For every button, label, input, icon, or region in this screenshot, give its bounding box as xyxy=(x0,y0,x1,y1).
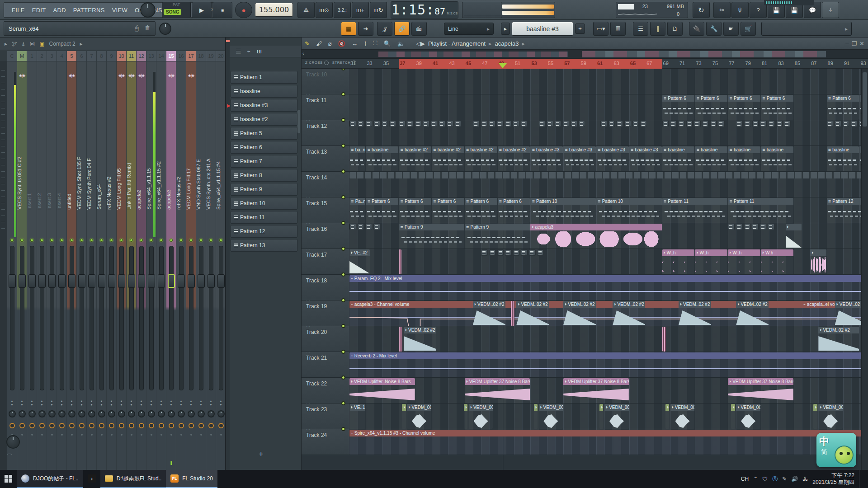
record-arm-led[interactable] xyxy=(139,423,144,428)
audio-clip[interactable]: ⏵VEDM..02 #2 xyxy=(473,301,505,326)
clip-header[interactable]: ⏵W..h xyxy=(695,249,727,256)
audio-clip[interactable]: ⏵VEDM..02 #2 xyxy=(563,301,596,326)
track-mute-led[interactable] xyxy=(341,272,345,277)
audio-clip[interactable]: ⏵VEDM..02 #2 xyxy=(835,301,861,326)
volume-fader[interactable] xyxy=(10,246,14,390)
add-pattern-button[interactable]: + xyxy=(575,23,585,34)
loop-record-button[interactable]: ш↻ xyxy=(370,2,387,18)
mini-pattern-clip[interactable] xyxy=(373,121,380,127)
pan-knob[interactable] xyxy=(118,410,125,418)
channel-strip[interactable]: VND Synth Stab 067 E ▲▼ xyxy=(196,61,206,470)
track-label[interactable]: ... Track 19 xyxy=(302,300,349,326)
cpu-panel[interactable]: 23 991 MB 0 xyxy=(616,2,688,18)
channel-number[interactable]: 11 xyxy=(127,51,136,61)
mini-pattern-clip[interactable] xyxy=(776,121,783,127)
mini-pattern-clip[interactable] xyxy=(760,121,767,127)
audio-clip[interactable] xyxy=(662,327,666,352)
volume-fader[interactable] xyxy=(169,246,174,390)
mixer-window-button[interactable]: ∥ xyxy=(650,22,665,36)
mixer-layout-icon[interactable]: ▣ xyxy=(39,41,44,47)
audio-clip[interactable]: ⏵ xyxy=(786,224,802,249)
track-content[interactable]: ⏵VE..#2⏵W..h⏵W..h⏵W..h⏵W.h⏵ xyxy=(349,249,861,274)
zoom-tool-icon[interactable]: 🔍 xyxy=(383,40,391,47)
channel-enable-led[interactable] xyxy=(199,239,203,242)
channel-enable-led[interactable] xyxy=(20,239,24,242)
pan-knob[interactable] xyxy=(98,410,105,418)
volume-fader[interactable] xyxy=(60,246,64,390)
clip-header[interactable]: ≣baasline xyxy=(695,146,727,153)
channel-strip[interactable]: Spire_x64_v1.1.15 #4 ▲▼ xyxy=(216,61,226,470)
main-volume-knob[interactable] xyxy=(159,23,171,35)
pattern-clip[interactable]: ≣Pattern 9 xyxy=(465,224,530,249)
clip-header[interactable]: ⏵ xyxy=(731,404,735,411)
track-mute-led[interactable] xyxy=(341,169,345,174)
pattern-clip[interactable]: ≣baasline #2 xyxy=(498,146,530,171)
mini-pattern-clip[interactable] xyxy=(744,224,751,230)
mini-pattern-clip[interactable] xyxy=(505,121,512,127)
track-label[interactable]: ... Track 24 xyxy=(302,429,349,455)
audio-clip[interactable]: ⏵W..h xyxy=(728,249,760,274)
record-arm-led[interactable] xyxy=(109,423,114,428)
clip-header[interactable]: ⏵VE..#2 xyxy=(349,249,370,256)
mini-pattern-clip[interactable] xyxy=(768,121,775,127)
playlist-overview-strip[interactable]: ‹ xyxy=(302,50,868,59)
stereo-sep-arrows[interactable]: ▲▼ xyxy=(127,399,136,407)
add-pattern-plus[interactable]: + xyxy=(259,450,264,459)
record-arm-led[interactable] xyxy=(39,423,45,428)
track-label[interactable]: ... Track 14 xyxy=(302,172,349,197)
clip-header[interactable]: ≣Pattern 6 xyxy=(728,95,760,102)
pattern-item[interactable]: Pattern 1 xyxy=(231,71,297,84)
mixer-channel-12[interactable]: 12 ◈|◈ acapela2 ▲▼ xyxy=(137,51,146,470)
audio-clip[interactable]: ⏵ xyxy=(599,404,603,429)
channel-strip[interactable]: VECS Synth..ots 241 A ▲▼ xyxy=(206,61,216,470)
audio-clip[interactable]: ⏵VEDM..02 #2 xyxy=(613,301,645,326)
pattern-item[interactable]: Pattern 8 xyxy=(231,169,297,182)
clip-header[interactable]: ≣Pattern 10 xyxy=(530,198,596,205)
audio-clip[interactable]: ⏵W..h xyxy=(695,249,727,274)
channel-strip[interactable]: Serum_x64 ▲▼ xyxy=(97,61,106,470)
pattern-clip[interactable]: ≣Pattern 6 xyxy=(366,198,398,223)
mini-pattern-clip[interactable] xyxy=(497,249,504,256)
clip-header[interactable]: ⌁Reeverb 2 - Mix level xyxy=(349,352,861,359)
record-arm-led[interactable] xyxy=(79,423,85,428)
pan-knob[interactable] xyxy=(217,410,225,418)
mixer-channel-5[interactable]: 5 ◈|◈ untitled ▲▼ xyxy=(67,51,77,470)
search-box[interactable]: ▸ xyxy=(761,22,852,36)
mini-pattern-clip[interactable] xyxy=(736,224,743,230)
slice-tool-icon[interactable]: ⌇ xyxy=(364,40,367,47)
stereo-sep-arrows[interactable]: ▲▼ xyxy=(7,399,17,407)
stereo-sep-arrows[interactable]: ▲▼ xyxy=(176,399,186,407)
mini-pattern-clip[interactable] xyxy=(571,121,577,127)
mini-pattern-clip[interactable] xyxy=(835,121,841,127)
track-label[interactable]: ... Track 18 xyxy=(302,275,349,300)
clip-header[interactable]: ≣Pattern 6 xyxy=(695,95,727,102)
paint-tool-icon[interactable]: 🖌 xyxy=(316,40,322,47)
pattern-clip[interactable]: ≣baasline #2 xyxy=(399,146,431,171)
pattern-clip[interactable]: ≣Pattern 10 xyxy=(596,198,662,223)
pattern-item[interactable]: Pattern 11 xyxy=(231,211,297,224)
menu-add[interactable]: ADD xyxy=(50,7,69,14)
clip-header[interactable]: ⏵VEDM Uplifter..Noise 8 Bars xyxy=(349,378,415,385)
volume-fader[interactable] xyxy=(90,246,94,390)
clip-header[interactable]: ⏵VEDM..02 #2 xyxy=(679,301,711,308)
channel-number[interactable]: 12 xyxy=(137,51,146,61)
pattern-selector[interactable]: baasline #3 xyxy=(512,22,573,36)
volume-fader[interactable] xyxy=(99,246,104,390)
mixer-channel-9[interactable]: 9 reFX Nexus #2 ▲▼ xyxy=(107,51,117,470)
typing-keyboard-button[interactable]: 🖮 xyxy=(411,22,427,36)
mini-pattern-clip[interactable] xyxy=(521,121,528,127)
menu-file[interactable]: FILE xyxy=(9,7,28,14)
channel-number[interactable]: 16 xyxy=(176,51,186,61)
clip-header[interactable]: ≣baasline #2 xyxy=(498,146,530,153)
audio-clip[interactable]: ⏵ xyxy=(731,404,735,429)
playlist-window-button[interactable]: ▭▾ xyxy=(593,22,609,36)
track-label[interactable]: ... Track 10 xyxy=(302,69,349,94)
stereo-sep-arrows[interactable]: ▲▼ xyxy=(17,399,27,407)
pattern-clip[interactable]: ≣baasline #2 xyxy=(465,146,497,171)
mixer-channel-6[interactable]: 6 VEDM Synt..Shot 135 F ▲▼ xyxy=(77,51,87,470)
clip-header[interactable]: ⏵acapela3 xyxy=(530,224,661,230)
audio-clip[interactable]: ⏵VEDM..02 #2 xyxy=(818,327,859,352)
mixer-channel-3[interactable]: 3 Insert 3 ▲▼ xyxy=(47,51,57,470)
mini-pattern-clip[interactable] xyxy=(736,121,743,127)
pattern-clip[interactable]: ≣Pattern 11 xyxy=(662,198,728,223)
